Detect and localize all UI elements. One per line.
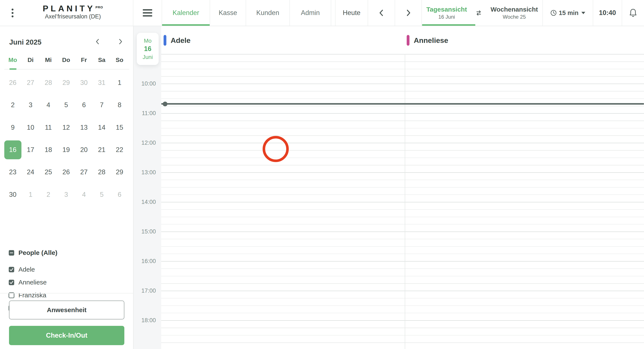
- mini-date[interactable]: 23: [4, 161, 22, 183]
- logo-text: PLANITYPRO: [26, 3, 120, 13]
- mini-date[interactable]: 26: [57, 161, 75, 183]
- mini-date[interactable]: 15: [110, 116, 128, 139]
- weekday-divider: [4, 69, 129, 70]
- weekday-label-so: So: [110, 55, 128, 65]
- mini-date[interactable]: 5: [93, 184, 110, 206]
- mini-date[interactable]: 5: [57, 94, 75, 116]
- interval-dropdown[interactable]: 15 min: [542, 0, 593, 26]
- mini-calendar-next-button[interactable]: [116, 37, 125, 46]
- column-header-anneliese: Anneliese: [407, 35, 448, 46]
- mini-date[interactable]: 11: [40, 116, 57, 139]
- people-checkbox-adele[interactable]: Adele: [8, 266, 35, 273]
- attendance-button[interactable]: Anwesenheit: [9, 300, 124, 320]
- mini-date[interactable]: 30: [4, 184, 22, 206]
- chevron-left-icon: [378, 8, 384, 17]
- mini-date[interactable]: 7: [93, 94, 110, 116]
- mini-date[interactable]: 20: [75, 139, 93, 161]
- day-view-toggle[interactable]: Tagesansicht 16 Juni: [426, 6, 467, 20]
- mini-date[interactable]: 9: [4, 116, 22, 139]
- mini-date[interactable]: 10: [22, 116, 40, 139]
- people-select-all[interactable]: People (Alle): [8, 249, 58, 256]
- check-in-out-button[interactable]: Check-In/Out: [9, 326, 124, 345]
- mini-date[interactable]: 6: [110, 184, 128, 206]
- mini-date[interactable]: 1: [22, 184, 40, 206]
- prev-day-button[interactable]: [368, 0, 395, 26]
- mini-date[interactable]: 28: [93, 161, 110, 183]
- checked-checkbox-icon: [8, 266, 14, 273]
- mini-date[interactable]: 28: [40, 72, 57, 94]
- mini-date[interactable]: 3: [57, 184, 75, 206]
- mini-date[interactable]: 3: [22, 94, 40, 116]
- people-name: Franziska: [18, 292, 46, 299]
- mini-date[interactable]: 21: [93, 139, 110, 161]
- mini-date[interactable]: 12: [57, 116, 75, 139]
- tab-kalender[interactable]: Kalender: [162, 0, 210, 26]
- people-name: Anneliese: [18, 279, 47, 286]
- hamburger-cell: [133, 0, 162, 26]
- chevron-left-icon: [95, 38, 100, 45]
- logo-pro-badge: PRO: [96, 5, 103, 9]
- people-checkbox-anneliese[interactable]: Anneliese: [8, 279, 47, 286]
- brand-logo: PLANITYPRO Axel’friseursalon (DE): [26, 3, 120, 20]
- mini-date[interactable]: 27: [75, 161, 93, 183]
- time-gutter: [134, 26, 161, 349]
- mini-date[interactable]: 30: [75, 72, 93, 94]
- people-title: People (Alle): [18, 249, 58, 256]
- weekday-label-mo: Mo: [4, 55, 22, 65]
- mini-date[interactable]: 19: [57, 139, 75, 161]
- salon-name: Axel’friseursalon (DE): [26, 13, 120, 20]
- mini-date[interactable]: 18: [40, 139, 57, 161]
- planity-app: PLANITYPRO Axel’friseursalon (DE) Kalend…: [0, 0, 644, 349]
- mini-date[interactable]: 2: [4, 94, 22, 116]
- notifications-button[interactable]: [622, 0, 644, 26]
- mini-date[interactable]: 17: [22, 139, 40, 161]
- mini-date[interactable]: 6: [75, 94, 93, 116]
- week-view-toggle[interactable]: Wochenansicht Woche 25: [490, 6, 538, 20]
- mini-date[interactable]: 14: [93, 116, 110, 139]
- mini-date[interactable]: 4: [75, 184, 93, 206]
- weekday-label-mi: Mi: [40, 55, 57, 65]
- mini-calendar-prev-button[interactable]: [93, 37, 102, 46]
- column-divider: [405, 54, 405, 349]
- tab-kasse[interactable]: Kasse: [210, 0, 246, 26]
- appointment-grid[interactable]: [161, 54, 644, 349]
- mini-date[interactable]: 2: [40, 184, 57, 206]
- mini-date[interactable]: 1: [110, 72, 128, 94]
- mini-date[interactable]: 24: [22, 161, 40, 183]
- bell-icon: [629, 8, 637, 18]
- kebab-menu-icon[interactable]: [10, 6, 16, 20]
- mini-calendar-grid: 2627282930311234567891011121314151617181…: [4, 72, 128, 206]
- mini-calendar-title: Juni 2025: [9, 38, 42, 46]
- weekday-label-di: Di: [22, 55, 40, 65]
- chevron-right-icon: [118, 38, 123, 45]
- mini-date[interactable]: 16: [4, 139, 22, 161]
- swap-views-icon[interactable]: [475, 10, 482, 16]
- tab-admin[interactable]: Admin: [290, 0, 331, 26]
- top-bar: PLANITYPRO Axel’friseursalon (DE) Kalend…: [0, 0, 644, 26]
- view-switcher: Tagesansicht 16 Juni Wochenansicht Woche…: [422, 0, 542, 26]
- mini-date[interactable]: 22: [110, 139, 128, 161]
- day-view-underline: [422, 24, 475, 26]
- mini-date[interactable]: 27: [22, 72, 40, 94]
- mini-date[interactable]: 31: [93, 72, 110, 94]
- mini-date[interactable]: 26: [4, 72, 22, 94]
- next-day-button[interactable]: [395, 0, 422, 26]
- clock-cell: 10:40: [593, 0, 622, 26]
- mini-date[interactable]: 8: [110, 94, 128, 116]
- weekday-label-sa: Sa: [93, 55, 110, 65]
- mini-date[interactable]: 13: [75, 116, 93, 139]
- mini-date[interactable]: 25: [40, 161, 57, 183]
- hamburger-menu-icon[interactable]: [143, 9, 152, 16]
- weekday-label-do: Do: [57, 55, 75, 65]
- today-button[interactable]: Heute: [335, 0, 368, 26]
- tab-kunden[interactable]: Kunden: [246, 0, 290, 26]
- mini-date[interactable]: 29: [57, 72, 75, 94]
- indeterminate-checkbox-icon: [8, 250, 14, 256]
- people-checkbox-franziska[interactable]: Franziska: [8, 292, 46, 299]
- selected-date: 16: [4, 140, 22, 159]
- sidebar-divider: [0, 293, 134, 294]
- clock-icon: [550, 10, 557, 16]
- mini-date[interactable]: 4: [40, 94, 57, 116]
- mini-date[interactable]: 29: [110, 161, 128, 183]
- adele-color-flag: [164, 35, 166, 46]
